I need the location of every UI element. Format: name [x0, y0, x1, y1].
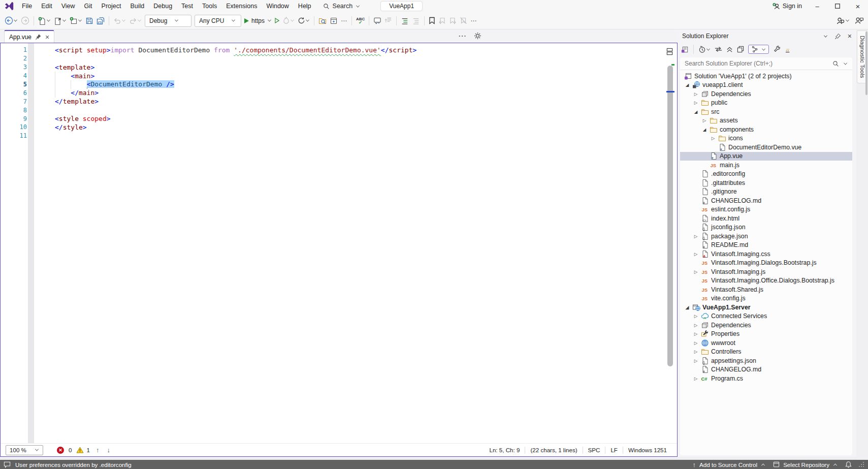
tree-item-app.vue[interactable]: App.vue: [680, 152, 852, 161]
collapsed-arrow-icon[interactable]: ▷: [692, 323, 700, 328]
navigate-back-button[interactable]: [3, 14, 19, 27]
tree-item-program.cs[interactable]: ▷C#Program.cs: [680, 374, 852, 383]
close-tab-icon[interactable]: ×: [45, 34, 49, 40]
show-all-files-button[interactable]: [785, 46, 792, 53]
menu-item-test[interactable]: Test: [177, 0, 198, 12]
tree-item-solution-vueapp1-2-of-2-projects-[interactable]: Solution 'VueApp1' (2 of 2 projects): [680, 72, 852, 81]
panel-scrollbar-thumb[interactable]: [865, 32, 867, 95]
clear-bookmarks-button[interactable]: [458, 14, 469, 27]
collapsed-arrow-icon[interactable]: ▷: [692, 331, 700, 336]
code-line-4[interactable]: 4 <main>: [1, 72, 677, 80]
close-panel-icon[interactable]: ×: [848, 33, 852, 39]
find-in-files-button[interactable]: [317, 14, 328, 27]
tree-item-vueapp1.client[interactable]: ◢vueapp1.client: [680, 81, 852, 90]
pin-panel-icon[interactable]: [834, 33, 841, 40]
collapsed-arrow-icon[interactable]: ▷: [692, 91, 700, 97]
zoom-dropdown[interactable]: 100 %: [6, 445, 43, 455]
tree-item-properties[interactable]: ▷Properties: [680, 330, 852, 339]
tree-item-jsconfig.json[interactable]: {}jsconfig.json: [680, 223, 852, 232]
tree-item-eslint.config.js[interactable]: JSeslint.config.js: [680, 205, 852, 214]
collapsed-arrow-icon[interactable]: ▷: [692, 314, 700, 319]
tree-item-appsettings.json[interactable]: ▷{}appsettings.json: [680, 356, 852, 365]
editor-settings-gear-icon[interactable]: [474, 32, 481, 40]
start-without-debugging-button[interactable]: [273, 14, 281, 27]
collapsed-arrow-icon[interactable]: ▷: [692, 100, 700, 105]
duplicate-lines-button[interactable]: [383, 14, 394, 27]
code-line-6[interactable]: 6 </main>: [1, 88, 677, 97]
tree-item-vite.config.js[interactable]: JSvite.config.js: [680, 294, 852, 303]
caret-position[interactable]: Ln: 5, Ch: 9: [484, 447, 525, 453]
tree-item-package.json[interactable]: ▷{}package.json: [680, 232, 852, 241]
menu-item-debug[interactable]: Debug: [149, 0, 177, 12]
redo-button[interactable]: [127, 14, 143, 27]
tree-item-documenteditordemo.vue[interactable]: DocumentEditorDemo.vue: [680, 143, 852, 152]
warning-count[interactable]: 1: [86, 447, 89, 453]
encoding[interactable]: Windows 1251: [623, 447, 672, 453]
tree-item-changelog.md[interactable]: CHANGELOG.md: [680, 365, 852, 374]
tree-item-vintasoft.imaging.office.dialogs.bootstrap.js[interactable]: JSVintasoft.Imaging.Office.Dialogs.Boots…: [680, 276, 852, 286]
code-line-11[interactable]: 11: [1, 132, 677, 140]
menu-item-help[interactable]: Help: [294, 0, 316, 12]
notifications-bell-icon[interactable]: [845, 461, 852, 468]
menu-item-file[interactable]: File: [17, 0, 37, 12]
browser-link-button[interactable]: [328, 14, 339, 27]
expanded-arrow-icon[interactable]: ◢: [683, 82, 691, 87]
resize-grip[interactable]: [858, 461, 864, 467]
pin-icon[interactable]: [35, 34, 42, 40]
menu-item-extensions[interactable]: Extensions: [221, 0, 262, 12]
tree-item-vintasoft.shared.js[interactable]: JSVintasoft.Shared.js: [680, 285, 852, 294]
tree-item-dependencies[interactable]: ▷Dependencies: [680, 321, 852, 330]
tree-item-readme.md[interactable]: README.md: [680, 241, 852, 250]
menu-item-window[interactable]: Window: [262, 0, 293, 12]
collapsed-arrow-icon[interactable]: ▷: [692, 376, 700, 381]
search-button[interactable]: Search: [323, 3, 361, 10]
code-line-8[interactable]: 8: [1, 106, 677, 114]
next-issue-button[interactable]: ↓: [105, 446, 112, 454]
tree-item-vintasoft.imaging.js[interactable]: ▷JSVintasoft.Imaging.js: [680, 267, 852, 276]
switch-views-button[interactable]: [681, 46, 689, 53]
save-button[interactable]: [84, 14, 95, 27]
new-file-button[interactable]: [37, 14, 52, 27]
code-editor[interactable]: 1<script setup>import DocumentEditorDemo…: [1, 43, 677, 443]
tree-item-.gitignore[interactable]: .gitignore: [680, 187, 852, 197]
project-properties-button[interactable]: [773, 46, 781, 53]
undo-button[interactable]: [112, 14, 127, 27]
tree-item-main.js[interactable]: JSmain.js: [680, 161, 852, 170]
tab-app-vue[interactable]: App.vue ×: [4, 30, 54, 43]
tree-item-vintasoft.imaging.css[interactable]: ▷AVintasoft.Imaging.css: [680, 249, 852, 259]
sync-selection-toggle[interactable]: [748, 45, 769, 54]
collapsed-arrow-icon[interactable]: ▷: [692, 358, 700, 363]
hot-reload-button[interactable]: [281, 14, 296, 27]
expanded-arrow-icon[interactable]: ◢: [700, 127, 709, 132]
minimize-button[interactable]: –: [807, 0, 827, 12]
toolbar-overflow-button-2[interactable]: ⋯: [469, 14, 478, 27]
code-line-3[interactable]: 3<template>: [1, 63, 677, 72]
menu-item-build[interactable]: Build: [125, 0, 149, 12]
close-window-button[interactable]: ×: [848, 0, 868, 12]
tree-item-changelog.md[interactable]: CHANGELOG.md: [680, 196, 852, 205]
toggle-bookmark-button[interactable]: [427, 14, 437, 27]
solution-platform-dropdown[interactable]: Any CPU: [195, 15, 241, 27]
solution-configuration-dropdown[interactable]: Debug: [145, 15, 191, 27]
send-feedback-button[interactable]: [853, 14, 865, 27]
add-to-source-control-button[interactable]: Add to Source Control: [699, 461, 757, 468]
tree-item-wwwroot[interactable]: ▷wwwroot: [680, 338, 852, 348]
collapsed-arrow-icon[interactable]: ▷: [692, 349, 700, 354]
tree-item-.gitattributes[interactable]: .gitattributes: [680, 178, 852, 187]
code-line-2[interactable]: 2: [1, 54, 677, 63]
collapse-all-button[interactable]: [726, 46, 733, 53]
tree-item-controllers[interactable]: ▷Controllers: [680, 348, 852, 357]
properties-button[interactable]: [737, 46, 744, 53]
tree-item-icons[interactable]: ▷icons: [680, 134, 852, 143]
collapsed-arrow-icon[interactable]: ▷: [692, 252, 700, 257]
maximize-button[interactable]: [827, 0, 848, 12]
toggle-comment-button[interactable]: [372, 14, 383, 27]
line-ending[interactable]: LF: [605, 447, 623, 453]
open-file-button[interactable]: [52, 14, 68, 27]
panel-menu-chevron-icon[interactable]: [824, 34, 827, 37]
document-health-button[interactable]: ⋯: [458, 31, 467, 41]
tree-item-public[interactable]: ▷public: [680, 99, 852, 108]
expanded-arrow-icon[interactable]: ◢: [692, 109, 700, 114]
tree-item-assets[interactable]: ▷assets: [680, 116, 852, 126]
format-indent-button[interactable]: [399, 14, 410, 27]
